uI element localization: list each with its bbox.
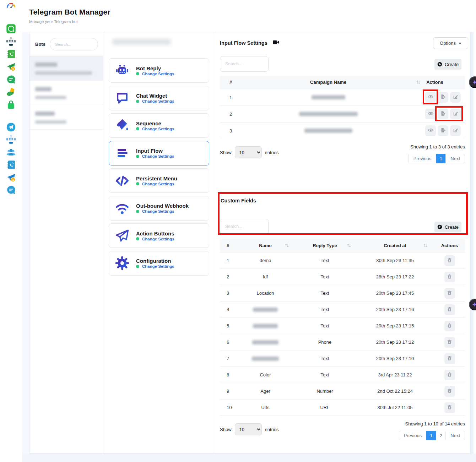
contact-book-blue-icon[interactable] xyxy=(6,160,16,170)
export-button[interactable] xyxy=(438,92,448,103)
trash-icon xyxy=(447,404,452,411)
view-button[interactable] xyxy=(425,92,436,103)
delete-button[interactable] xyxy=(444,272,455,282)
settings-card-configuration[interactable]: Configuration Change Settings xyxy=(109,251,209,276)
sort-icon[interactable] xyxy=(416,80,421,86)
delete-button[interactable] xyxy=(444,337,455,348)
next-page-button[interactable]: Next xyxy=(445,431,465,440)
speed-dashboard-icon[interactable] xyxy=(6,2,16,12)
page-size-select[interactable]: 10 xyxy=(235,146,262,158)
created-at: 20th Sep 23 17:10 xyxy=(356,356,434,361)
settings-card-bot-reply[interactable]: Bot Reply Change Settings xyxy=(109,58,209,83)
change-settings-link[interactable]: Change Settings xyxy=(142,99,174,103)
change-settings-link[interactable]: Change Settings xyxy=(142,264,174,268)
card-title: Out-bound Webhook xyxy=(136,203,189,209)
settings-card-sequence[interactable]: Sequence Change Settings xyxy=(109,113,209,138)
card-title: Action Buttons xyxy=(136,230,174,237)
telegram-icon[interactable] xyxy=(6,122,16,132)
delete-button[interactable] xyxy=(444,255,455,266)
entries-label: entries xyxy=(265,150,279,155)
send-campaign-blue-icon[interactable]: 1 xyxy=(6,173,16,183)
row-number: 2 xyxy=(220,274,237,279)
sort-icon[interactable] xyxy=(347,243,351,249)
contact-book-green-icon[interactable] xyxy=(6,49,16,59)
custom-fields-search-input[interactable] xyxy=(220,219,269,234)
next-page-button[interactable]: Next xyxy=(445,154,465,163)
edit-button[interactable] xyxy=(450,92,461,103)
input-flow-search-input[interactable] xyxy=(220,56,269,72)
sort-icon[interactable] xyxy=(423,243,428,249)
edit-button[interactable] xyxy=(450,125,461,136)
settings-card-chat-widget[interactable]: Chat Widget Change Settings xyxy=(109,86,209,110)
input-flow-settings-header: Input Flow Settings xyxy=(220,40,279,46)
page-number-button[interactable]: 1 xyxy=(426,431,436,440)
delete-button[interactable] xyxy=(444,321,455,331)
change-settings-link[interactable]: Change Settings xyxy=(142,154,174,158)
bot-list-item[interactable] xyxy=(29,105,103,130)
view-button[interactable] xyxy=(425,125,436,136)
settings-card-action-buttons[interactable]: Action Buttons Change Settings xyxy=(109,223,209,248)
show-label: Show xyxy=(220,427,232,432)
robot-blue-icon[interactable] xyxy=(6,135,16,145)
bot-list-item[interactable] xyxy=(29,81,103,105)
created-at: 20th Sep 23 17:15 xyxy=(356,323,434,328)
row-number: 5 xyxy=(220,323,237,328)
view-button[interactable] xyxy=(425,109,436,119)
send-campaign-green-icon[interactable]: 1 xyxy=(6,62,16,72)
content-column: Input Flow Settings Options Create # Cam… xyxy=(214,32,471,454)
change-settings-link[interactable]: Change Settings xyxy=(142,127,174,131)
settings-card-persistent-menu[interactable]: Persistent Menu Change Settings xyxy=(109,168,209,193)
change-settings-link[interactable]: Change Settings xyxy=(142,237,174,241)
page-size-select[interactable]: 10 xyxy=(235,423,262,435)
integrations-green-icon[interactable] xyxy=(6,87,16,97)
change-settings-link[interactable]: Change Settings xyxy=(142,182,174,186)
input-flow-icon xyxy=(114,145,130,161)
bots-search-input[interactable] xyxy=(50,38,98,50)
edit-button[interactable] xyxy=(450,109,461,119)
input-flow-create-button[interactable]: Create xyxy=(434,59,461,70)
chat-blue-icon[interactable] xyxy=(6,185,16,195)
bot-list-item[interactable] xyxy=(29,56,103,81)
configuration-icon xyxy=(114,255,130,271)
change-settings-link[interactable]: Change Settings xyxy=(142,72,174,76)
delete-button[interactable] xyxy=(444,370,455,380)
settings-cards-column: Bot Reply Change Settings Chat Widget Ch… xyxy=(103,32,214,454)
delete-button[interactable] xyxy=(444,402,455,413)
row-number: 1 xyxy=(220,258,237,263)
delete-button[interactable] xyxy=(444,386,455,397)
export-icon xyxy=(440,111,446,117)
groups-blue-icon[interactable] xyxy=(6,147,16,157)
page-number-button[interactable]: 2 xyxy=(436,431,446,440)
row-number: 8 xyxy=(220,372,237,377)
field-name: fdf xyxy=(237,274,294,279)
change-settings-link[interactable]: Change Settings xyxy=(142,209,174,213)
persistent-menu-icon xyxy=(114,173,130,189)
settings-card-input-flow[interactable]: Input Flow Change Settings xyxy=(109,141,209,165)
delete-button[interactable] xyxy=(444,353,455,364)
previous-page-button[interactable]: Previous xyxy=(409,154,437,163)
column-header-num: # xyxy=(220,243,237,248)
robot-gray-icon[interactable] xyxy=(6,37,16,47)
view-icon xyxy=(428,110,434,118)
options-button[interactable]: Options xyxy=(433,37,468,49)
status-dot-icon xyxy=(136,155,139,158)
settings-card-webhook[interactable]: Out-bound Webhook Change Settings xyxy=(109,196,209,221)
export-button[interactable] xyxy=(438,109,448,119)
bot-username-blurred xyxy=(35,96,66,99)
custom-fields-title: Custom Fields xyxy=(221,198,256,203)
store-green-icon[interactable] xyxy=(6,100,16,110)
export-button[interactable] xyxy=(438,125,448,136)
created-at: 2nd Oct 22 15:24 xyxy=(356,388,434,394)
sort-icon[interactable] xyxy=(285,243,289,249)
delete-button[interactable] xyxy=(444,304,455,315)
whatsapp-icon[interactable] xyxy=(6,24,16,34)
bot-name-blurred xyxy=(35,62,57,67)
export-icon xyxy=(440,94,446,100)
delete-button[interactable] xyxy=(444,288,455,299)
page-number-button[interactable]: 1 xyxy=(436,154,446,163)
chat-green-icon[interactable] xyxy=(6,75,16,85)
previous-page-button[interactable]: Previous xyxy=(399,431,427,440)
custom-fields-create-button[interactable]: Create xyxy=(434,222,461,232)
created-at: 28th Sep 23 17:22 xyxy=(356,274,434,279)
field-name-blurred xyxy=(252,340,278,344)
